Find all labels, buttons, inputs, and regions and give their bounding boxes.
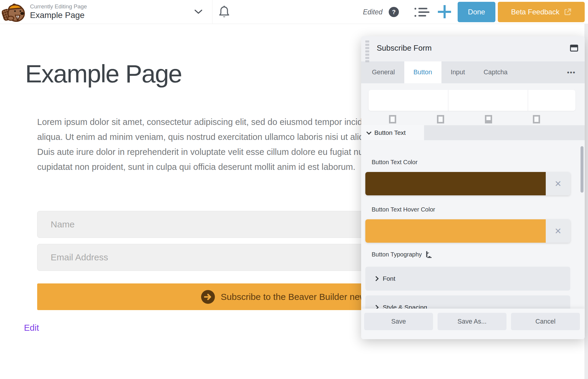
dimension-input-bottom[interactable] [528,90,575,111]
chevron-right-icon [374,276,379,281]
typography-label: Button Typography [372,251,422,258]
chevron-down-icon[interactable] [194,9,203,14]
panel-content: px Button Text Button Text Color ✕ Butto… [361,83,585,309]
section-header: Button Text [361,125,585,140]
link-toggle-icon[interactable] [485,115,492,123]
text-color-label: Button Text Color [372,159,417,166]
color-swatch[interactable] [365,219,546,243]
style-spacing-accordion[interactable]: Style & Spacing [365,295,570,309]
chevron-down-icon [367,130,372,135]
outline-panel-icon[interactable] [414,8,429,17]
color-swatch[interactable] [365,172,546,195]
dimension-input-right[interactable] [448,90,528,111]
close-icon: ✕ [554,226,561,236]
tab-general[interactable]: General [361,61,404,83]
link-toggle-icon[interactable] [389,115,396,123]
editing-status-label: Currently Editing Page [30,3,87,10]
clear-color-button[interactable]: ✕ [546,219,570,243]
ellipsis-icon[interactable]: ••• [558,61,585,83]
page-title-block: Currently Editing Page Example Page [30,3,87,20]
hover-color-picker: ✕ [365,219,570,243]
responsive-monitor-icon[interactable] [426,252,433,258]
help-icon[interactable]: ? [389,7,399,17]
panel-scrollbar[interactable] [581,146,584,193]
tab-captcha[interactable]: Captcha [474,61,517,83]
hover-color-label: Button Text Hover Color [372,206,435,213]
close-icon: ✕ [554,179,561,189]
dimension-inputs: px [369,90,575,111]
page-title: Example Page [30,10,87,20]
panel-header: Subscribe Form [361,36,585,61]
page-scrollbar[interactable] [584,24,588,379]
notifications-bell-icon[interactable] [218,5,231,19]
panel-footer: Save Save As... Cancel [361,309,585,339]
font-accordion[interactable]: Font [365,267,570,291]
external-link-icon [564,8,572,16]
dimension-link-toggles [369,115,560,124]
tab-button[interactable]: Button [404,61,441,83]
beta-feedback-button[interactable]: Beta Feedback [498,2,585,22]
dimension-input-top[interactable] [369,90,448,111]
text-color-picker: ✕ [365,172,570,195]
drag-handle[interactable] [365,40,369,62]
toolbar-divider [212,0,212,24]
tab-input[interactable]: Input [441,61,474,83]
section-toggle-button-text[interactable]: Button Text [361,125,424,140]
link-toggle-icon[interactable] [437,115,444,123]
panel-tabs: General Button Input Captcha ••• [361,61,585,83]
typography-label-row: Button Typography [372,251,433,258]
beaver-builder-logo-icon [2,1,26,23]
top-toolbar: Currently Editing Page Example Page Edit… [0,0,588,24]
save-button[interactable]: Save [364,313,433,330]
panel-title: Subscribe Form [377,43,432,53]
module-settings-panel: Subscribe Form General Button Input Capt… [361,36,585,339]
pin-window-icon[interactable] [570,45,578,52]
done-button[interactable]: Done [458,2,495,22]
chevron-right-icon [374,305,379,309]
cancel-button[interactable]: Cancel [511,313,580,330]
save-as-button[interactable]: Save As... [438,313,506,330]
edit-link[interactable]: Edit [24,323,39,333]
page-heading: Example Page [25,59,182,88]
add-module-icon[interactable] [437,4,452,19]
edited-status-label: Edited [363,8,382,16]
arrow-right-circle-icon [201,290,215,304]
clear-color-button[interactable]: ✕ [546,172,570,195]
link-toggle-icon[interactable] [533,115,540,123]
